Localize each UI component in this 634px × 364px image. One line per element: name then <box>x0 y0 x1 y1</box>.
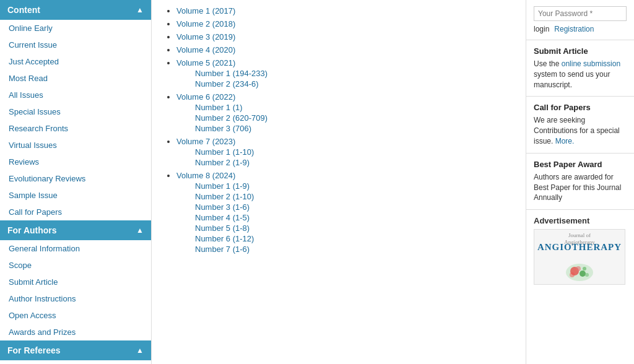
volume-link[interactable]: Volume 1 (2017) <box>176 6 235 15</box>
sidebar: Content ▲ Online EarlyCurrent IssueJust … <box>0 0 152 364</box>
issue-item: Number 2 (1-10) <box>195 192 513 201</box>
sidebar-item-authors[interactable]: Submit Article <box>0 274 151 290</box>
volume-item: Volume 8 (2024)Number 1 (1-9)Number 2 (1… <box>176 171 513 254</box>
advertisement-widget: Advertisement Journal ofAngiotherapy ANG… <box>526 210 634 291</box>
svg-point-6 <box>585 273 589 277</box>
for-referees-arrow-icon: ▲ <box>136 346 144 355</box>
best-paper-title: Best Paper Award <box>534 160 627 169</box>
more-link[interactable]: More. <box>555 137 575 145</box>
sidebar-item-content[interactable]: All Issues <box>0 87 151 103</box>
issue-item: Number 2 (620-709) <box>195 113 513 123</box>
issue-item: Number 1 (194-233) <box>195 69 513 78</box>
issue-link[interactable]: Number 1 (1-10) <box>195 147 254 157</box>
volume-link[interactable]: Volume 3 (2019) <box>176 32 235 41</box>
sidebar-item-content[interactable]: Evolutionary Reviews <box>0 170 151 187</box>
content-arrow-icon: ▲ <box>136 6 144 14</box>
content-header-label: Content <box>7 5 40 15</box>
issue-item: Number 3 (1-6) <box>195 202 513 212</box>
volume-link[interactable]: Volume 5 (2021) <box>176 58 235 67</box>
sidebar-item-authors[interactable]: Scope <box>0 257 151 274</box>
issue-link[interactable]: Number 4 (1-5) <box>195 213 250 222</box>
sidebar-item-referees[interactable]: Referee Guidelines <box>0 360 151 364</box>
volume-item: Volume 2 (2018) <box>176 19 513 28</box>
issue-link[interactable]: Number 6 (1-12) <box>195 234 254 243</box>
login-button[interactable]: login <box>534 25 549 33</box>
registration-link[interactable]: Registration <box>554 25 594 33</box>
volume-link[interactable]: Volume 7 (2023) <box>176 137 235 146</box>
issue-item: Number 1 (1-9) <box>195 181 513 191</box>
main-content: Volume 1 (2017)Volume 2 (2018)Volume 3 (… <box>152 0 526 364</box>
sidebar-item-authors[interactable]: Open Access <box>0 307 151 324</box>
issue-link[interactable]: Number 2 (1-9) <box>195 158 250 167</box>
issue-list: Number 1 (1-9)Number 2 (1-10)Number 3 (1… <box>176 181 513 254</box>
issue-item: Number 4 (1-5) <box>195 213 513 222</box>
issue-link[interactable]: Number 5 (1-8) <box>195 223 250 233</box>
issue-link[interactable]: Number 1 (1) <box>195 103 243 112</box>
sidebar-item-authors[interactable]: General Information <box>0 240 151 257</box>
content-section-header[interactable]: Content ▲ <box>0 0 151 20</box>
svg-point-3 <box>576 266 581 271</box>
call-for-papers-text: We are seeking Contributions for a speci… <box>534 115 627 146</box>
issue-link[interactable]: Number 2 (234-6) <box>195 79 259 89</box>
volume-link[interactable]: Volume 8 (2024) <box>176 171 235 180</box>
issue-list: Number 1 (1)Number 2 (620-709)Number 3 (… <box>176 103 513 133</box>
issue-link[interactable]: Number 1 (1-9) <box>195 181 250 191</box>
volume-link[interactable]: Volume 4 (2020) <box>176 45 235 54</box>
sidebar-item-content[interactable]: Sample Issue <box>0 187 151 204</box>
issue-link[interactable]: Number 3 (1-6) <box>195 202 250 212</box>
issue-item: Number 1 (1) <box>195 103 513 112</box>
sidebar-item-content[interactable]: Current Issue <box>0 37 151 53</box>
sidebar-item-content[interactable]: Reviews <box>0 154 151 170</box>
sidebar-item-content[interactable]: Research Fronts <box>0 120 151 137</box>
issue-link[interactable]: Number 2 (620-709) <box>195 113 267 123</box>
issue-link[interactable]: Number 3 (706) <box>195 124 251 133</box>
issue-item: Number 5 (1-8) <box>195 223 513 233</box>
sidebar-item-content[interactable]: Online Early <box>0 20 151 37</box>
issue-link[interactable]: Number 2 (1-10) <box>195 192 254 201</box>
volume-item: Volume 5 (2021)Number 1 (194-233)Number … <box>176 58 513 89</box>
issue-list: Number 1 (194-233)Number 2 (234-6) <box>176 69 513 89</box>
login-widget: login Registration <box>526 0 634 40</box>
issue-item: Number 2 (234-6) <box>195 79 513 89</box>
ad-blob-graphic <box>561 255 598 283</box>
issue-item: Number 2 (1-9) <box>195 158 513 167</box>
ad-journal-label: Journal ofAngiotherapy <box>534 232 625 246</box>
volume-item: Volume 7 (2023)Number 1 (1-10)Number 2 (… <box>176 137 513 167</box>
submit-text2: system to send us your manuscript. <box>534 70 610 89</box>
sidebar-item-content[interactable]: Just Accepted <box>0 53 151 70</box>
volume-item: Volume 3 (2019) <box>176 32 513 41</box>
issue-link[interactable]: Number 1 (194-233) <box>195 69 267 78</box>
advertisement-image: Journal ofAngiotherapy ANGIOTHERAPY <box>534 229 625 285</box>
submit-text1: Use the <box>534 59 562 68</box>
call-for-papers-title: Call for Papers <box>534 103 627 112</box>
issue-item: Number 6 (1-12) <box>195 234 513 243</box>
volume-list: Volume 1 (2017)Volume 2 (2018)Volume 3 (… <box>164 6 513 254</box>
sidebar-item-authors[interactable]: Awards and Prizes <box>0 324 151 340</box>
for-authors-arrow-icon: ▲ <box>136 226 144 235</box>
online-submission-link[interactable]: online submission <box>562 59 620 68</box>
sidebar-item-content[interactable]: Virtual Issues <box>0 137 151 154</box>
svg-point-5 <box>570 272 575 277</box>
sidebar-item-authors[interactable]: Author Instructions <box>0 290 151 307</box>
for-referees-section-header[interactable]: For Referees ▲ <box>0 340 151 360</box>
call-for-papers-widget: Call for Papers We are seeking Contribut… <box>526 97 634 153</box>
password-input[interactable] <box>534 6 627 21</box>
issue-item: Number 7 (1-6) <box>195 245 513 254</box>
call-text: We are seeking Contributions for a speci… <box>534 116 620 145</box>
volume-link[interactable]: Volume 2 (2018) <box>176 19 235 28</box>
sidebar-item-content[interactable]: Most Read <box>0 70 151 87</box>
volume-item: Volume 6 (2022)Number 1 (1)Number 2 (620… <box>176 92 513 133</box>
best-paper-widget: Best Paper Award Authors are awarded for… <box>526 154 634 210</box>
sidebar-item-content[interactable]: Special Issues <box>0 103 151 120</box>
submit-article-widget: Submit Article Use the online submission… <box>526 40 634 97</box>
svg-point-4 <box>583 267 586 271</box>
volume-link[interactable]: Volume 6 (2022) <box>176 92 235 102</box>
submit-article-title: Submit Article <box>534 46 627 56</box>
submit-article-text: Use the online submission system to send… <box>534 59 627 90</box>
for-authors-header-label: For Authors <box>7 225 57 235</box>
right-panel: login Registration Submit Article Use th… <box>526 0 634 364</box>
sidebar-item-content[interactable]: Call for Papers <box>0 204 151 220</box>
issue-link[interactable]: Number 7 (1-6) <box>195 245 250 254</box>
svg-point-2 <box>580 271 586 277</box>
for-authors-section-header[interactable]: For Authors ▲ <box>0 220 151 240</box>
